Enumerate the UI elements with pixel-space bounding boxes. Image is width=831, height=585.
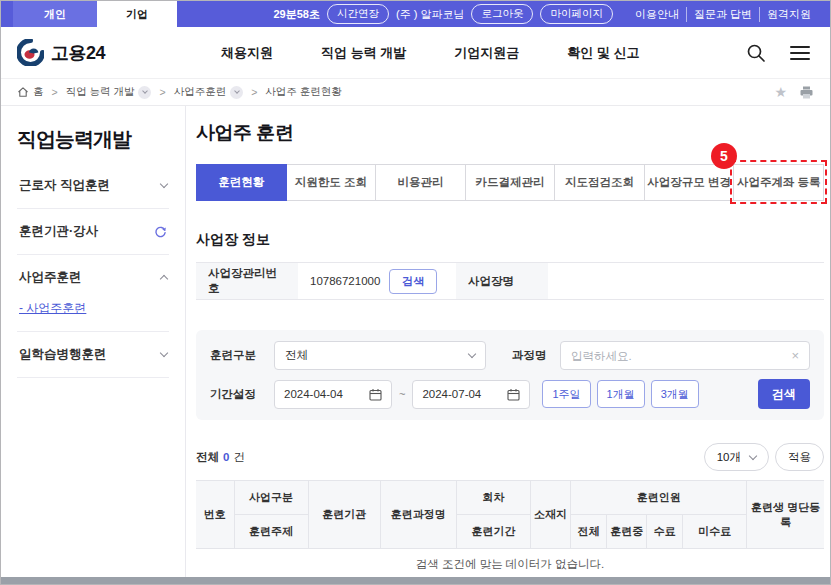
mgmt-number-search-button[interactable]: 검색: [389, 269, 437, 294]
logout-button[interactable]: 로그아웃: [471, 4, 533, 24]
sidebar-title: 직업능력개발: [17, 126, 169, 153]
one-week-button[interactable]: 1주일: [542, 380, 590, 408]
apply-button[interactable]: 적용: [775, 443, 824, 471]
sidebar-item-work-learning[interactable]: 일학습병행훈련: [17, 332, 169, 378]
sidebar-active-link[interactable]: - 사업주훈련: [19, 301, 86, 315]
nav-vocational-dev[interactable]: 직업 능력 개발: [321, 44, 406, 62]
breadcrumb-home-label: 홈: [33, 85, 44, 99]
tab-business[interactable]: 기업: [97, 1, 177, 27]
nav-recruit-support[interactable]: 채용지원: [221, 44, 273, 62]
sidebar-item-label: 사업주훈련: [19, 269, 82, 286]
star-icon[interactable]: [774, 84, 787, 100]
horizontal-scrollbar[interactable]: [1, 577, 830, 584]
calendar-icon[interactable]: [369, 388, 382, 401]
training-type-select[interactable]: 전체: [274, 341, 486, 370]
filter-row-2: 기간설정 2024-04-04 ~ 2024-07-04: [210, 379, 810, 409]
tab-employer-account-register[interactable]: 사업주계좌 등록: [733, 164, 824, 201]
logo[interactable]: 고용24: [17, 39, 105, 66]
col-topic: 훈련주제: [234, 515, 308, 549]
logo-text: 고용24: [51, 41, 105, 65]
breadcrumb-home[interactable]: 홈: [17, 85, 44, 99]
workplace-info-heading: 사업장 정보: [196, 231, 824, 249]
nav-confirm-report[interactable]: 확인 및 신고: [567, 44, 639, 62]
sidebar-item-worker-training[interactable]: 근로자 직업훈련: [17, 163, 169, 209]
breadcrumb-separator: >: [251, 86, 257, 98]
page-size-select[interactable]: 10개: [704, 443, 769, 471]
hamburger-icon[interactable]: [790, 46, 810, 60]
workplace-name-value: [548, 263, 824, 299]
col-training-org: 훈련기관: [308, 481, 380, 549]
empty-message: 검색 조건에 맞는 데이터가 없습니다.: [196, 549, 824, 581]
date-range-separator: ~: [399, 388, 405, 400]
mypage-button[interactable]: 마이페이지: [540, 4, 613, 24]
printer-icon[interactable]: [799, 85, 814, 100]
breadcrumb-level1[interactable]: 직업 능력 개발: [66, 85, 152, 99]
col-total: 전체: [571, 515, 607, 549]
sidebar-item-employer-training[interactable]: 사업주훈련: [17, 255, 169, 300]
quick-period-buttons: 1주일 1개월 3개월: [542, 380, 698, 408]
top-bar-right: 29분58초 시간연장 (주 ) 알파코님 로그아웃 마이페이지 이용안내 질문…: [274, 1, 831, 27]
page-size-value: 10개: [717, 450, 741, 465]
course-name-input[interactable]: [571, 350, 791, 362]
clear-icon[interactable]: [791, 348, 799, 363]
tab-support-limit[interactable]: 지원한도 조회: [286, 164, 377, 201]
breadcrumb-separator: >: [159, 86, 165, 98]
date-from-value: 2024-04-04: [284, 388, 343, 400]
top-utility-bar: 개인 기업 29분58초 시간연장 (주 ) 알파코님 로그아웃 마이페이지 이…: [1, 1, 830, 27]
govt-emblem-icon: [17, 39, 44, 66]
search-filter-panel: 훈련구분 전체 과정명 기간설정 2024-04-04: [196, 330, 824, 420]
search-icon[interactable]: [746, 43, 766, 63]
date-from-input[interactable]: 2024-04-04: [274, 380, 392, 409]
chevron-circle-icon[interactable]: [230, 86, 243, 99]
col-trainees-group: 훈련인원: [571, 481, 747, 515]
link-guide[interactable]: 이용안내: [628, 7, 686, 22]
mgmt-number-label: 사업장관리번호: [196, 263, 298, 299]
workplace-info-row: 사업장관리번호 10786721000 검색 사업장명: [196, 262, 824, 300]
extend-time-button[interactable]: 시간연장: [327, 4, 389, 24]
col-completed: 수료: [647, 515, 683, 549]
breadcrumb-level2[interactable]: 사업주훈련: [174, 85, 244, 99]
tab-workplace-size-change[interactable]: 사업장규모 변경: [644, 164, 735, 201]
global-nav: 채용지원 직업 능력 개발 기업지원금 확인 및 신고: [221, 44, 639, 62]
mgmt-number-value: 10786721000: [310, 275, 380, 287]
results-table: 번호 사업구분 훈련기관 훈련과정명 회차 소재지 훈련인원 훈련생 명단등록 …: [196, 480, 824, 581]
col-course-name: 훈련과정명: [380, 481, 456, 549]
sidebar-subitem-employer-training: - 사업주훈련: [17, 300, 169, 332]
course-name-input-wrap: [560, 341, 810, 370]
breadcrumb-current: 사업주 훈련현황: [265, 85, 341, 99]
tab-card-payment[interactable]: 카드결제관리: [465, 164, 556, 201]
breadcrumb-current-label: 사업주 훈련현황: [265, 85, 341, 99]
sidebar-item-institution-instructor[interactable]: 훈련기관·강사: [17, 209, 169, 255]
date-to-input[interactable]: 2024-07-04: [412, 380, 530, 409]
tab-training-status[interactable]: 훈련현황: [196, 164, 287, 201]
calendar-icon[interactable]: [507, 388, 520, 401]
main-content: 사업주 훈련 훈련현황 지원한도 조회 비용관리 카드결제관리 지도점검조회 사…: [186, 106, 830, 585]
body-wrap: 직업능력개발 근로자 직업훈련 훈련기관·강사 사업주훈련 - 사업주훈련 일학…: [1, 106, 830, 585]
col-location: 소재지: [530, 481, 570, 549]
filter-row-1: 훈련구분 전체 과정명: [210, 341, 810, 370]
three-month-button[interactable]: 3개월: [651, 380, 699, 408]
chevron-circle-icon[interactable]: [138, 86, 151, 99]
breadcrumb-level1-label: 직업 능력 개발: [66, 85, 135, 99]
search-button[interactable]: 검색: [758, 379, 810, 409]
tab-bar: 훈련현황 지원한도 조회 비용관리 카드결제관리 지도점검조회 사업장규모 변경…: [196, 164, 824, 201]
col-number: 번호: [196, 481, 234, 549]
results-bar: 전체 0 건 10개 적용: [196, 443, 824, 471]
link-remote-support[interactable]: 원격지원: [759, 7, 818, 22]
chevron-down-icon: [468, 350, 476, 358]
tab-inspection[interactable]: 지도점검조회: [554, 164, 645, 201]
user-name: (주 ) 알파코님: [396, 7, 464, 22]
col-roster: 훈련생 명단등록: [747, 481, 824, 549]
page-title: 사업주 훈련: [196, 120, 824, 146]
breadcrumb-separator: >: [52, 86, 58, 98]
tab-personal[interactable]: 개인: [13, 1, 97, 27]
tab-cost-management[interactable]: 비용관리: [375, 164, 466, 201]
step-badge: 5: [711, 143, 737, 169]
link-qna[interactable]: 질문과 답변: [686, 7, 759, 22]
col-biz-type: 사업구분: [234, 481, 308, 515]
workplace-name-label: 사업장명: [456, 263, 548, 299]
one-month-button[interactable]: 1개월: [597, 380, 645, 408]
nav-company-subsidy[interactable]: 기업지원금: [454, 44, 519, 62]
shortcut-icon: [154, 225, 167, 238]
session-timer: 29분58초: [274, 7, 320, 22]
